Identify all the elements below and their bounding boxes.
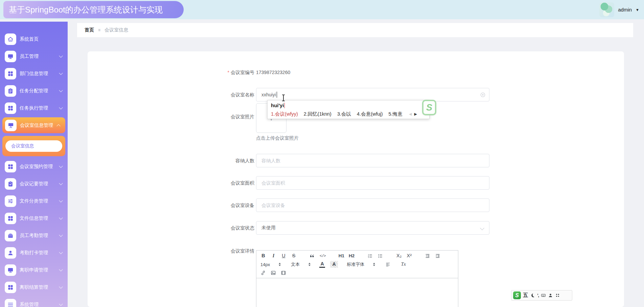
paragraph-style-select[interactable]: 文本 (291, 261, 310, 267)
sidebar-item-label: 离职结算管理 (20, 284, 48, 290)
editor-content-area[interactable] (256, 278, 458, 307)
punctuation-icon[interactable]: ’, (537, 293, 539, 298)
italic-button[interactable]: I (271, 253, 276, 259)
app-header: 基于SpringBoot的办公管理系统设计与实现 admin ▼ (0, 0, 644, 19)
sidebar-item-2[interactable]: 部门信息管理 (0, 65, 68, 82)
capacity-label: 容纳人数 (88, 154, 254, 167)
sidebar-item-7[interactable]: 会议记要管理 (0, 175, 68, 192)
sidebar-item-label: 系统首页 (20, 36, 39, 42)
sidebar-item-label: 会议室信息管理 (20, 122, 53, 128)
chevron-down-icon: ▼ (636, 8, 639, 12)
sidebar-item-4[interactable]: 任务执行管理 (0, 99, 68, 117)
indent-button[interactable] (435, 253, 441, 259)
apps-icon[interactable] (555, 293, 560, 298)
align-button[interactable] (385, 262, 391, 267)
font-family-value: 标准字体 (347, 261, 364, 267)
status-select[interactable]: 未使用 (256, 221, 489, 235)
sidebar-item-0[interactable]: 系统首页 (0, 30, 68, 48)
sidebar-item-11[interactable]: 考勤打卡管理 (0, 244, 68, 261)
photo-upload-hint: 点击上传会议室照片 (256, 135, 299, 141)
user-name: admin (618, 7, 632, 13)
screen-icon (5, 120, 17, 131)
sidebar-item-label: 系统管理 (20, 302, 39, 307)
subscript-button[interactable]: X₂ (396, 253, 402, 259)
sidebar: 系统首页员工管理部门信息管理任务分配管理任务执行管理会议室信息管理会议室信息会议… (0, 22, 68, 307)
sogou-ime-toolbar: S 五 ’, (511, 290, 572, 301)
keyboard-icon[interactable] (541, 293, 546, 298)
grid-icon (5, 282, 16, 293)
briefcase-icon (5, 230, 16, 241)
clear-format-button[interactable]: Tx (400, 261, 406, 267)
blockquote-button[interactable] (309, 253, 315, 259)
image-button[interactable] (271, 270, 276, 276)
sidebar-item-13[interactable]: 离职结算管理 (0, 279, 68, 296)
ime-candidate-row: 1.会议(wfyy)2.回忆(1knn)3.会以4.会意(wfuj)5.悔意◀▶ (268, 110, 429, 119)
chevron-down-icon (59, 105, 63, 109)
sidebar-item-8[interactable]: 文件分类管理 (0, 192, 68, 210)
area-input[interactable] (256, 176, 489, 190)
moon-icon[interactable] (530, 293, 535, 298)
chevron-down-icon (59, 198, 63, 202)
breadcrumb-separator-icon: ≡ (98, 28, 100, 32)
clear-input-icon[interactable] (480, 92, 486, 98)
ordered-list-button[interactable] (367, 253, 373, 259)
font-size-select[interactable]: 14px (260, 262, 281, 267)
sidebar-subitem-0[interactable]: 会议室信息 (5, 140, 62, 152)
sidebar-item-9[interactable]: 文件信息管理 (0, 210, 68, 227)
header-2-button[interactable]: H2 (349, 253, 354, 259)
room-name-input[interactable]: xxhuiyi (256, 88, 489, 101)
sidebar-subitem-label: 会议室信息 (11, 143, 34, 149)
ime-next-page-icon[interactable]: ▶ (414, 112, 417, 116)
outdent-button[interactable] (425, 253, 431, 259)
sidebar-item-label: 会议记要管理 (20, 181, 48, 187)
superscript-button[interactable]: X² (406, 253, 412, 259)
text-caret (277, 92, 277, 98)
monitor-icon (5, 51, 16, 62)
room-number-value: 1739872323260 (256, 66, 489, 79)
sogou-logo[interactable]: S (513, 291, 521, 299)
ime-prev-page-icon[interactable]: ◀ (409, 112, 412, 116)
capacity-input[interactable] (256, 154, 489, 167)
wubi-mode-indicator[interactable]: 五 (523, 292, 528, 299)
chevron-down-icon (59, 250, 63, 254)
sliders-icon (5, 195, 16, 207)
chevron-down-icon (59, 216, 63, 219)
strike-button[interactable]: S (291, 253, 297, 259)
ime-candidate-1[interactable]: 1.会议(wfyy) (271, 111, 298, 117)
sidebar-item-6[interactable]: 会议室预约管理 (0, 158, 68, 175)
ime-candidate-3[interactable]: 3.会以 (337, 111, 351, 117)
code-block-button[interactable]: </> (320, 254, 326, 258)
chevron-down-icon (59, 71, 63, 75)
bold-button[interactable]: B (260, 253, 266, 259)
sidebar-submenu: 会议室信息 (2, 136, 65, 156)
link-button[interactable] (260, 270, 266, 276)
chevron-down-icon (59, 54, 63, 57)
sidebar-item-1[interactable]: 员工管理 (0, 48, 68, 65)
ime-candidate-5[interactable]: 5.悔意 (389, 111, 402, 117)
video-button[interactable] (281, 270, 286, 276)
ime-candidate-2[interactable]: 2.回忆(1knn) (304, 111, 331, 117)
user-menu[interactable]: admin ▼ (599, 0, 639, 19)
sidebar-item-5[interactable]: 会议室信息管理 (2, 117, 65, 133)
breadcrumb-home[interactable]: 首页 (85, 27, 94, 33)
breadcrumb-current: 会议室信息 (105, 27, 128, 33)
equipment-input[interactable] (256, 198, 489, 212)
ime-composition-row: hui'yi (268, 100, 429, 110)
sidebar-item-label: 员工管理 (20, 53, 39, 60)
font-family-select[interactable]: 标准字体 (347, 261, 375, 267)
sidebar-item-label: 考勤打卡管理 (20, 250, 48, 256)
sidebar-item-10[interactable]: 员工考勤管理 (0, 227, 68, 244)
sidebar-item-12[interactable]: 离职申请管理 (0, 261, 68, 279)
user-icon (5, 247, 16, 259)
sidebar-item-14[interactable]: 系统管理 (0, 296, 68, 307)
header-1-button[interactable]: H1 (339, 253, 344, 259)
underline-button[interactable]: U (281, 253, 286, 259)
bullet-list-button[interactable] (377, 253, 383, 259)
text-color-button[interactable]: A (319, 261, 325, 268)
chevron-down-icon (59, 302, 63, 306)
ime-candidate-4[interactable]: 4.会意(wfuj) (357, 111, 383, 117)
highlight-color-button[interactable]: A (330, 261, 338, 267)
sidebar-item-3[interactable]: 任务分配管理 (0, 82, 68, 99)
required-asterisk: * (228, 70, 229, 75)
user-icon[interactable] (548, 293, 553, 298)
